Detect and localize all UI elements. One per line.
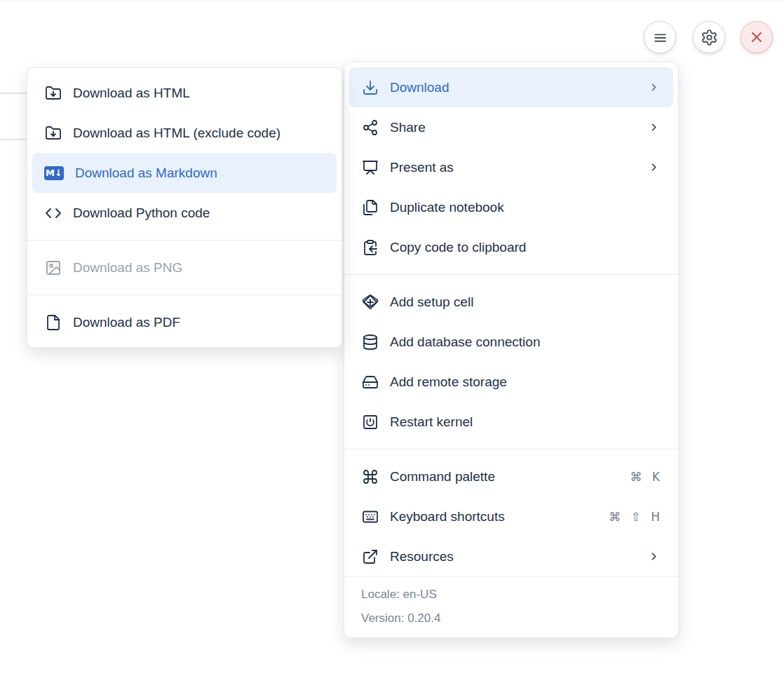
menu-item-label: Download as PDF [73, 315, 180, 330]
menu-separator [27, 295, 342, 295]
folder-down-icon [44, 124, 62, 142]
share-icon [361, 119, 379, 136]
markdown-icon: M↓ [44, 166, 64, 180]
menu-item-label: Add setup cell [390, 295, 473, 310]
database-icon [361, 333, 379, 351]
menu-item-add-remote-storage[interactable]: Add remote storage [344, 362, 678, 402]
menu-item-download-as-html[interactable]: Download as HTML [27, 73, 342, 113]
square-power-icon [361, 413, 379, 431]
gear-icon [701, 29, 718, 46]
settings-button[interactable] [693, 21, 725, 53]
menu-item-duplicate-notebook[interactable]: Duplicate notebook [344, 187, 678, 227]
menu-item-label: Download as PNG [73, 260, 182, 276]
chevron-right-icon [648, 121, 660, 133]
command-icon [361, 468, 379, 485]
menu-separator [344, 274, 678, 275]
hard-drive-icon [361, 373, 379, 391]
download-submenu: Download as HTML Download as HTML (exclu… [27, 67, 342, 348]
menu-item-add-setup-cell[interactable]: Add setup cell [344, 282, 678, 322]
background-cell-border [0, 93, 27, 94]
notebook-menu-button[interactable] [644, 21, 676, 53]
duplicate-icon [361, 198, 379, 216]
menu-item-label: Resources [390, 549, 454, 564]
menu-item-download-as-html-exclude-code[interactable]: Download as HTML (exclude code) [27, 113, 342, 153]
menu-item-restart-kernel[interactable]: Restart kernel [344, 402, 678, 442]
image-icon [44, 259, 62, 276]
menu-item-share[interactable]: Share [344, 107, 678, 147]
shortcut-hint: ⌘ ⇧ H [609, 510, 660, 524]
menu-item-label: Copy code to clipboard [390, 240, 526, 255]
menu-item-download-as-png[interactable]: Download as PNG [27, 248, 342, 288]
diamond-plus-icon [361, 293, 379, 311]
folder-down-icon [44, 84, 62, 102]
menu-item-label: Download [390, 80, 450, 95]
menu-item-command-palette[interactable]: Command palette ⌘ K [344, 456, 678, 496]
menu-footer: Locale: en-US Version: 0.20.4 [344, 576, 678, 637]
menu-item-label: Present as [390, 160, 454, 175]
external-link-icon [361, 548, 379, 565]
shortcut-hint: ⌘ K [630, 470, 660, 484]
menu-item-resources[interactable]: Resources [344, 536, 678, 576]
menu-item-label: Download as HTML (exclude code) [73, 126, 281, 141]
menu-item-download-python-code[interactable]: Download Python code [27, 193, 342, 233]
clipboard-copy-icon [361, 238, 379, 256]
notebook-actions-menu: Download Share Present as Duplicate note… [344, 62, 679, 638]
menu-item-label: Duplicate notebook [390, 200, 504, 215]
menu-item-copy-code[interactable]: Copy code to clipboard [344, 227, 678, 267]
hamburger-icon [651, 29, 669, 46]
menu-item-label: Keyboard shortcuts [390, 509, 505, 525]
chevron-right-icon [648, 161, 660, 173]
menu-item-download[interactable]: Download [349, 67, 673, 107]
menu-item-download-as-pdf[interactable]: Download as PDF [27, 302, 342, 342]
menu-item-keyboard-shortcuts[interactable]: Keyboard shortcuts ⌘ ⇧ H [344, 496, 678, 536]
close-button[interactable] [741, 21, 773, 53]
menu-separator [344, 449, 678, 449]
page-top-border [0, 1, 784, 1]
menu-item-download-as-markdown[interactable]: M↓ Download as Markdown [32, 153, 337, 193]
menu-item-label: Download as Markdown [75, 165, 217, 181]
file-icon [44, 313, 62, 331]
menu-item-label: Share [390, 120, 426, 135]
menu-item-label: Add remote storage [390, 374, 507, 390]
menu-item-add-database-connection[interactable]: Add database connection [344, 322, 678, 362]
menu-item-label: Command palette [390, 469, 495, 485]
menu-item-label: Download as HTML [73, 86, 190, 101]
chevron-right-icon [648, 550, 660, 562]
locale-text: Locale: en-US [361, 583, 661, 607]
menu-item-present-as[interactable]: Present as [344, 147, 678, 187]
menu-item-label: Restart kernel [390, 414, 473, 430]
code-icon [44, 204, 62, 222]
version-text: Version: 0.20.4 [361, 607, 661, 630]
keyboard-icon [361, 508, 379, 525]
chevron-right-icon [648, 81, 660, 93]
menu-item-label: Download Python code [73, 205, 210, 221]
download-icon [361, 79, 379, 96]
close-icon [748, 29, 765, 46]
menu-separator [27, 240, 342, 241]
background-cell-border [0, 139, 27, 140]
menu-item-label: Add database connection [390, 334, 540, 350]
presentation-icon [361, 158, 379, 176]
